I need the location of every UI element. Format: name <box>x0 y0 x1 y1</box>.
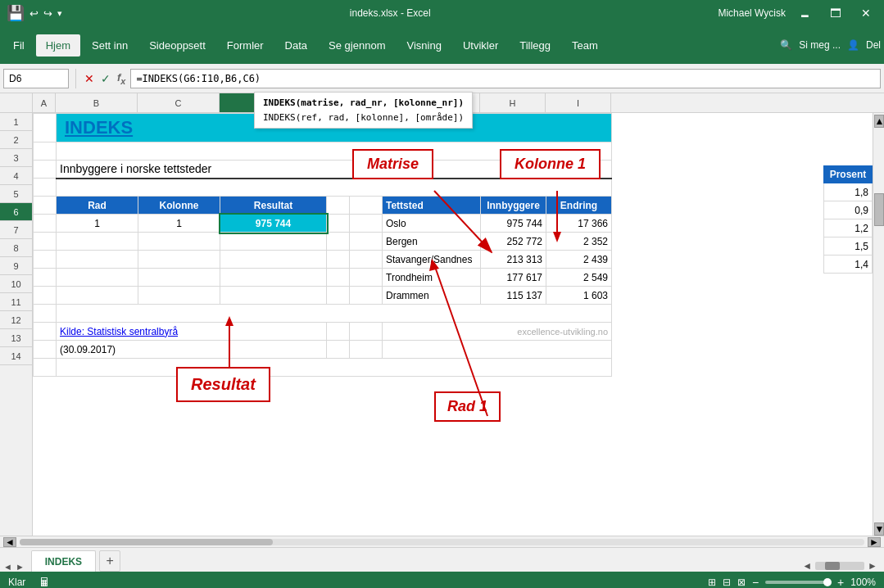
page-layout-icon[interactable]: ⊟ <box>723 577 731 588</box>
cell-a1[interactable] <box>34 114 57 142</box>
cell-h7[interactable]: 252 772 <box>481 233 546 251</box>
cell-h10[interactable]: 115 137 <box>481 287 546 305</box>
row-num-5[interactable]: 5 <box>0 185 32 203</box>
cell-d5-header[interactable]: Resultat <box>220 197 327 215</box>
formula-input[interactable] <box>130 69 881 88</box>
cell-b12[interactable]: Kilde: Statistisk sentralbyrå <box>57 323 327 341</box>
cell-reference-input[interactable] <box>3 69 69 88</box>
row-num-3[interactable]: 3 <box>0 149 32 167</box>
cell-b3[interactable]: Innbyggere i norske tettsteder <box>57 161 612 179</box>
tab-tillegg[interactable]: Tillegg <box>510 34 560 57</box>
cell-c6[interactable]: 1 <box>138 215 220 233</box>
tab-scroll-left[interactable]: ◄ <box>3 562 12 572</box>
row-num-9[interactable]: 9 <box>0 257 32 275</box>
cell-i5-header[interactable]: Endring <box>546 197 612 215</box>
horizontal-scrollbar[interactable]: ◄ ► <box>0 536 884 547</box>
cell-h9[interactable]: 177 617 <box>481 269 546 287</box>
cell-b5-header[interactable]: Rad <box>57 197 138 215</box>
tab-utvikler[interactable]: Utvikler <box>453 34 508 57</box>
cell-b9[interactable] <box>57 269 138 287</box>
row-num-13[interactable]: 13 <box>0 329 32 347</box>
zoom-in-icon[interactable]: + <box>837 576 844 588</box>
cell-i9[interactable]: 2 549 <box>546 269 612 287</box>
cell-a2[interactable] <box>34 142 57 161</box>
row-num-11[interactable]: 11 <box>0 293 32 311</box>
page-break-icon[interactable]: ⊠ <box>737 577 746 588</box>
cell-e6[interactable] <box>327 215 350 233</box>
col-header-b[interactable]: B <box>56 93 138 112</box>
cell-f5[interactable] <box>350 197 383 215</box>
cell-i7[interactable]: 2 352 <box>546 233 612 251</box>
cell-c8[interactable] <box>138 251 220 269</box>
cell-a10[interactable] <box>34 287 57 305</box>
cell-e12[interactable] <box>327 323 350 341</box>
add-sheet-button[interactable]: + <box>99 550 120 572</box>
cell-a6[interactable] <box>34 215 57 233</box>
cell-b13[interactable]: (30.09.2017) <box>57 341 327 359</box>
cell-g12[interactable]: excellence-utvikling.no <box>383 323 612 341</box>
row-num-14[interactable]: 14 <box>0 347 32 365</box>
cell-g8[interactable]: Stavanger/Sandnes <box>383 251 481 269</box>
cell-d9[interactable] <box>220 269 327 287</box>
tab-sett-inn[interactable]: Sett inn <box>82 34 138 57</box>
cell-h6[interactable]: 975 744 <box>481 215 546 233</box>
cell-f7[interactable] <box>350 233 383 251</box>
cell-g6[interactable]: Oslo <box>383 215 481 233</box>
col-header-h[interactable]: H <box>480 93 546 112</box>
cell-f8[interactable] <box>350 251 383 269</box>
del-label[interactable]: Del <box>866 39 881 51</box>
tab-data[interactable]: Data <box>275 34 317 57</box>
cell-b10[interactable] <box>57 287 138 305</box>
redo-icon[interactable]: ↪ <box>43 7 52 20</box>
cell-b8[interactable] <box>57 251 138 269</box>
cell-c9[interactable] <box>138 269 220 287</box>
confirm-formula-icon[interactable]: ✓ <box>99 70 112 87</box>
prosent-header[interactable]: Prosent <box>823 165 873 183</box>
zoom-slider[interactable] <box>765 581 831 584</box>
cell-e5[interactable] <box>327 197 350 215</box>
cell-a14[interactable] <box>34 359 57 377</box>
tab-team[interactable]: Team <box>562 34 608 57</box>
cell-d7[interactable] <box>220 233 327 251</box>
tab-se-gjennom[interactable]: Se gjennom <box>319 34 395 57</box>
cell-d10[interactable] <box>220 287 327 305</box>
si-meg-label[interactable]: Si meg ... <box>799 39 841 51</box>
cell-d8[interactable] <box>220 251 327 269</box>
close-button[interactable]: ✕ <box>855 5 877 21</box>
cell-d6[interactable]: 975 744 <box>220 215 327 233</box>
cell-b14[interactable] <box>57 359 612 377</box>
cell-b7[interactable] <box>57 233 138 251</box>
tab-formler[interactable]: Formler <box>217 34 274 57</box>
cell-a7[interactable] <box>34 233 57 251</box>
cell-c5-header[interactable]: Kolonne <box>138 197 220 215</box>
tab-visning[interactable]: Visning <box>397 34 451 57</box>
cell-h8[interactable]: 213 313 <box>481 251 546 269</box>
row-num-10[interactable]: 10 <box>0 275 32 293</box>
cell-b6[interactable]: 1 <box>57 215 138 233</box>
cell-g5-header[interactable]: Tettsted <box>383 197 481 215</box>
row-num-12[interactable]: 12 <box>0 311 32 329</box>
sheet-tab-indeks[interactable]: INDEKS <box>31 550 96 572</box>
col-header-c[interactable]: C <box>138 93 220 112</box>
tab-hjem[interactable]: Hjem <box>36 34 80 57</box>
cell-a9[interactable] <box>34 269 57 287</box>
cell-a4[interactable] <box>34 179 57 197</box>
cell-a3[interactable] <box>34 161 57 179</box>
cell-i6[interactable]: 17 366 <box>546 215 612 233</box>
cell-a8[interactable] <box>34 251 57 269</box>
cell-i10[interactable]: 1 603 <box>546 287 612 305</box>
quick-access-more[interactable]: ▾ <box>57 8 62 19</box>
row-num-1[interactable]: 1 <box>0 113 32 131</box>
minimize-button[interactable]: 🗕 <box>792 5 817 21</box>
sheet-nav-next[interactable]: ► <box>868 560 877 572</box>
cell-h5-header[interactable]: Innbyggere <box>481 197 546 215</box>
maximize-button[interactable]: 🗖 <box>823 5 848 21</box>
tab-fil[interactable]: Fil <box>3 34 34 57</box>
normal-view-icon[interactable]: ⊞ <box>708 577 716 588</box>
cell-f9[interactable] <box>350 269 383 287</box>
insert-function-icon[interactable]: fx <box>116 70 127 88</box>
cell-f6[interactable] <box>350 215 383 233</box>
undo-icon[interactable]: ↩ <box>29 7 39 20</box>
cell-a13[interactable] <box>34 341 57 359</box>
cell-f10[interactable] <box>350 287 383 305</box>
